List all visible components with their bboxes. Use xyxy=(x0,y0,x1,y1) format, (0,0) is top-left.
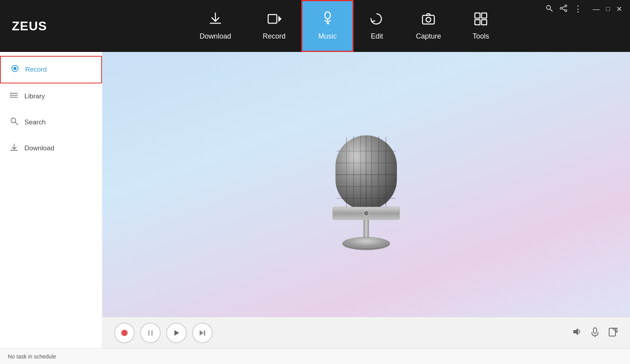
nav-tab-tools[interactable]: Tools xyxy=(457,0,505,52)
music-nav-label: Music xyxy=(318,32,337,41)
svg-point-4 xyxy=(426,17,431,22)
sidebar-item-record-label: Record xyxy=(25,66,47,74)
search-titlebar-icon[interactable] xyxy=(545,4,553,14)
nav-tabs: Download Record Music xyxy=(59,0,630,52)
edit-nav-label: Edit xyxy=(371,32,383,41)
svg-point-12 xyxy=(560,7,562,9)
share-titlebar-icon[interactable] xyxy=(560,4,567,14)
close-button[interactable]: ✕ xyxy=(616,5,622,13)
svg-line-57 xyxy=(613,328,617,333)
svg-point-11 xyxy=(565,5,567,7)
svg-rect-3 xyxy=(422,15,434,24)
svg-rect-8 xyxy=(482,20,487,25)
svg-point-24 xyxy=(11,118,16,123)
sidebar-item-download[interactable]: Download xyxy=(0,135,102,161)
svg-rect-56 xyxy=(609,328,615,336)
status-text: No task in schedule xyxy=(8,353,56,360)
tools-nav-icon xyxy=(473,11,488,28)
export-icon[interactable] xyxy=(608,327,618,339)
sidebar: Record Library Search Download xyxy=(0,52,102,348)
nav-tab-capture[interactable]: Capture xyxy=(400,0,457,52)
bottom-transport-bar xyxy=(102,317,630,348)
sidebar-item-download-label: Download xyxy=(24,144,54,152)
svg-line-25 xyxy=(15,122,18,125)
svg-point-13 xyxy=(565,9,567,11)
svg-point-43 xyxy=(366,212,367,214)
record-sidebar-icon xyxy=(10,64,20,76)
nav-tab-edit[interactable]: Edit xyxy=(354,0,400,52)
skip-transport-button[interactable] xyxy=(192,323,213,343)
svg-point-17 xyxy=(13,67,17,70)
library-sidebar-icon xyxy=(9,91,19,102)
minimize-button[interactable]: — xyxy=(593,5,600,13)
sidebar-item-search-label: Search xyxy=(24,118,46,126)
maximize-button[interactable]: □ xyxy=(606,6,610,13)
edit-nav-icon xyxy=(369,11,384,28)
capture-nav-icon xyxy=(421,11,436,28)
download-nav-icon xyxy=(208,11,223,28)
playback-controls xyxy=(114,323,213,343)
titlebar-controls: ⋮ — □ ✕ xyxy=(545,4,630,14)
svg-rect-52 xyxy=(204,330,205,336)
svg-point-2 xyxy=(325,12,330,19)
nav-tab-music[interactable]: Music xyxy=(301,0,354,52)
svg-line-14 xyxy=(562,9,565,10)
svg-point-47 xyxy=(121,330,128,336)
sidebar-item-library[interactable]: Library xyxy=(0,83,102,109)
svg-rect-39 xyxy=(335,135,397,210)
microphone-icon[interactable] xyxy=(590,327,600,339)
sidebar-item-record[interactable]: Record xyxy=(0,56,102,83)
svg-marker-50 xyxy=(174,330,179,336)
svg-rect-7 xyxy=(475,20,480,25)
svg-rect-6 xyxy=(482,13,487,18)
tools-nav-label: Tools xyxy=(472,32,489,41)
more-titlebar-icon[interactable]: ⋮ xyxy=(574,4,582,14)
sidebar-item-search[interactable]: Search xyxy=(0,109,102,135)
microphone-illustration xyxy=(311,131,421,253)
svg-line-15 xyxy=(562,6,565,8)
search-sidebar-icon xyxy=(9,116,19,128)
nav-tab-record[interactable]: Record xyxy=(247,0,301,52)
svg-rect-48 xyxy=(148,330,150,336)
main-layout: Record Library Search Download xyxy=(0,52,630,348)
app-logo: ZEUS xyxy=(0,19,59,33)
svg-rect-54 xyxy=(593,328,597,333)
content-area xyxy=(102,52,630,348)
right-transport-controls xyxy=(572,327,618,339)
volume-icon[interactable] xyxy=(572,327,582,339)
svg-rect-49 xyxy=(151,330,153,336)
statusbar: No task in schedule xyxy=(0,348,630,364)
nav-tab-download[interactable]: Download xyxy=(184,0,247,52)
sidebar-item-library-label: Library xyxy=(24,92,45,100)
music-nav-icon xyxy=(320,11,335,28)
record-nav-label: Record xyxy=(263,32,285,41)
capture-nav-label: Capture xyxy=(416,32,441,41)
svg-rect-0 xyxy=(268,15,277,23)
pause-transport-button[interactable] xyxy=(140,323,161,343)
download-sidebar-icon xyxy=(9,142,19,154)
record-transport-button[interactable] xyxy=(114,323,135,343)
svg-marker-51 xyxy=(200,330,204,336)
svg-rect-5 xyxy=(475,13,480,18)
record-nav-icon xyxy=(267,11,282,28)
play-transport-button[interactable] xyxy=(166,323,187,343)
svg-line-10 xyxy=(550,9,552,11)
download-nav-label: Download xyxy=(200,32,231,41)
titlebar: ZEUS Download Record xyxy=(0,0,630,52)
svg-point-45 xyxy=(343,237,390,250)
svg-point-9 xyxy=(547,6,550,9)
svg-marker-1 xyxy=(278,16,282,22)
svg-marker-53 xyxy=(573,328,578,335)
